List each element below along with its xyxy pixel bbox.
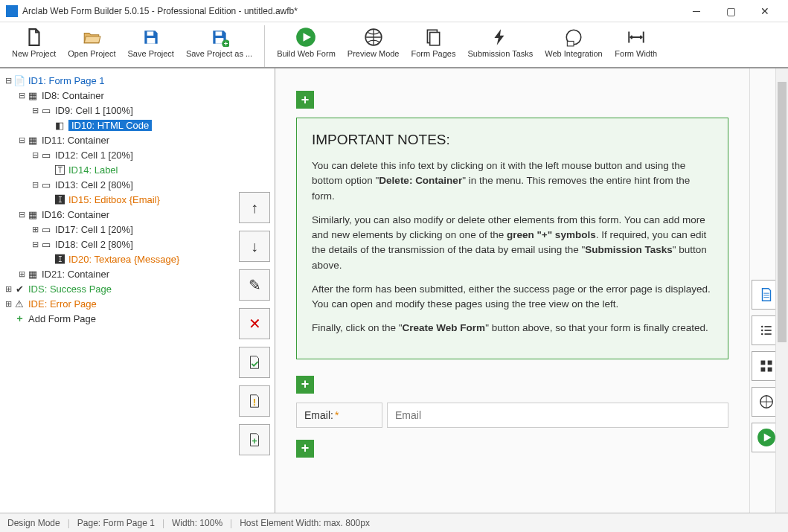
tree-id20[interactable]: 🅸ID20: Textarea {Message} bbox=[3, 251, 231, 266]
notes-title: IMPORTANT NOTES: bbox=[312, 132, 713, 148]
svg-rect-16 bbox=[765, 326, 772, 327]
html-icon: ◧ bbox=[54, 120, 65, 131]
save-project-as-button[interactable]: + Save Project as ... bbox=[180, 25, 258, 60]
success-icon: ✔ bbox=[13, 283, 25, 295]
svg-point-15 bbox=[761, 326, 763, 328]
svg-text:!: ! bbox=[253, 397, 256, 408]
side-buttons: ↑ ↓ ✎ ✕ ! + bbox=[234, 188, 275, 513]
toolbar: New Project Open Project Save Project + … bbox=[0, 22, 788, 68]
notes-p4: Finally, click on the "Create Web Form" … bbox=[312, 321, 713, 336]
window-title: Arclab Web Form Builder 5.0.15 - Profess… bbox=[22, 6, 679, 16]
tree-ide[interactable]: ⊞⚠IDE: Error Page bbox=[3, 296, 231, 311]
page-icon: 📄 bbox=[13, 75, 25, 86]
page-warning-button[interactable]: ! bbox=[239, 385, 270, 417]
add-element-button-1[interactable]: + bbox=[296, 91, 314, 109]
tree-id9[interactable]: ⊟▭ID9: Cell 1 [100%] bbox=[3, 103, 231, 118]
tree-id11[interactable]: ⊟▦ID11: Container bbox=[3, 132, 231, 147]
canvas-scrollbar[interactable] bbox=[775, 68, 788, 513]
container-icon: ▦ bbox=[27, 135, 39, 146]
open-project-icon bbox=[81, 27, 102, 48]
svg-point-19 bbox=[761, 333, 763, 336]
form-pages-label: Form Pages bbox=[411, 49, 456, 58]
tree-id17[interactable]: ⊞▭ID17: Cell 1 [20%] bbox=[3, 222, 231, 237]
new-project-label: New Project bbox=[12, 49, 56, 58]
svg-rect-2 bbox=[215, 31, 222, 35]
required-asterisk: * bbox=[335, 409, 339, 421]
play-icon bbox=[295, 27, 316, 48]
tree-view: ⊟📄ID1: Form Page 1 ⊟▦ID8: Container ⊟▭ID… bbox=[0, 68, 234, 513]
preview-label: Preview Mode bbox=[347, 49, 400, 58]
notes-p3: After the form has been submitted, eithe… bbox=[312, 282, 713, 313]
app-icon bbox=[6, 5, 18, 17]
edit-button[interactable]: ✎ bbox=[239, 269, 270, 301]
cell-icon: ▭ bbox=[40, 105, 52, 116]
tree-id12[interactable]: ⊟▭ID12: Cell 1 [20%] bbox=[3, 147, 231, 162]
form-width-button[interactable]: Form Width bbox=[609, 25, 664, 60]
save-project-label: Save Project bbox=[128, 49, 174, 58]
error-icon: ⚠ bbox=[13, 298, 25, 310]
minimize-button[interactable]: ─ bbox=[679, 0, 714, 22]
email-input[interactable] bbox=[387, 403, 728, 428]
new-project-icon bbox=[24, 27, 45, 48]
page-check-button[interactable] bbox=[239, 347, 270, 378]
svg-rect-24 bbox=[768, 368, 772, 372]
move-down-button[interactable]: ↓ bbox=[239, 231, 270, 262]
move-up-button[interactable]: ↑ bbox=[239, 192, 270, 223]
titlebar: Arclab Web Form Builder 5.0.15 - Profess… bbox=[0, 0, 788, 22]
cell-icon: ▭ bbox=[40, 150, 52, 161]
editbox-icon: 🅸 bbox=[54, 194, 65, 205]
cell-icon: ▭ bbox=[40, 224, 52, 235]
tree-id21[interactable]: ⊞▦ID21: Container bbox=[3, 266, 231, 281]
submission-label: Submission Tasks bbox=[467, 49, 533, 58]
save-as-icon: + bbox=[209, 27, 230, 48]
tree-id8[interactable]: ⊟▦ID8: Container bbox=[3, 88, 231, 103]
svg-rect-0 bbox=[147, 31, 153, 35]
tree-id1[interactable]: ⊟📄ID1: Form Page 1 bbox=[3, 73, 231, 88]
tree-id15[interactable]: 🅸ID15: Editbox {Email} bbox=[3, 192, 231, 207]
save-icon bbox=[141, 27, 161, 48]
build-web-form-button[interactable]: Build Web Form bbox=[271, 25, 342, 60]
email-label-cell[interactable]: Email: * bbox=[296, 403, 382, 428]
tree-id13[interactable]: ⊟▭ID13: Cell 2 [80%] bbox=[3, 177, 231, 192]
status-width: Width: 100% bbox=[172, 518, 222, 528]
status-page: Page: Form Page 1 bbox=[77, 518, 155, 528]
notes-container[interactable]: IMPORTANT NOTES: You can delete this inf… bbox=[296, 118, 728, 359]
container-icon: ▦ bbox=[27, 209, 39, 220]
tree-id16[interactable]: ⊟▦ID16: Container bbox=[3, 207, 231, 222]
web-integration-button[interactable]: Web Integration bbox=[539, 25, 608, 60]
add-element-button-2[interactable]: + bbox=[296, 376, 314, 394]
svg-point-17 bbox=[761, 330, 763, 332]
form-pages-button[interactable]: Form Pages bbox=[406, 25, 462, 60]
submission-tasks-button[interactable]: Submission Tasks bbox=[461, 25, 539, 60]
toolbar-separator bbox=[264, 25, 265, 67]
form-canvas: + IMPORTANT NOTES: You can delete this i… bbox=[275, 68, 749, 513]
close-button[interactable]: ✕ bbox=[748, 0, 782, 22]
tree-id18[interactable]: ⊟▭ID18: Cell 2 [80%] bbox=[3, 237, 231, 251]
open-project-button[interactable]: Open Project bbox=[62, 25, 121, 60]
preview-mode-button[interactable]: Preview Mode bbox=[342, 25, 406, 60]
tree-ids[interactable]: ⊞✔IDS: Success Page bbox=[3, 281, 231, 296]
notes-p1: You can delete this info text by clickin… bbox=[312, 158, 713, 204]
svg-rect-12 bbox=[567, 41, 574, 46]
svg-text:+: + bbox=[252, 435, 257, 446]
svg-rect-23 bbox=[761, 368, 766, 372]
email-label: Email: bbox=[304, 409, 333, 421]
open-project-label: Open Project bbox=[68, 49, 115, 58]
status-host: Host Element Width: max. 800px bbox=[240, 518, 370, 528]
tree-id14[interactable]: 🅃ID14: Label bbox=[3, 162, 231, 177]
maximize-button[interactable]: ▢ bbox=[714, 0, 748, 22]
scrollbar-thumb[interactable] bbox=[778, 82, 787, 342]
plus-icon: ＋ bbox=[13, 312, 25, 325]
delete-button[interactable]: ✕ bbox=[239, 308, 270, 339]
status-bar: Design Mode| Page: Form Page 1| Width: 1… bbox=[0, 513, 788, 532]
right-pane: + IMPORTANT NOTES: You can delete this i… bbox=[275, 68, 788, 513]
save-project-button[interactable]: Save Project bbox=[122, 25, 180, 60]
tree-id10[interactable]: ◧ID10: HTML Code bbox=[3, 118, 231, 132]
add-element-button-3[interactable]: + bbox=[296, 440, 314, 458]
svg-rect-10 bbox=[430, 33, 440, 45]
tree-add-page[interactable]: ＋Add Form Page bbox=[3, 311, 231, 326]
svg-rect-18 bbox=[765, 330, 772, 331]
notes-p2: Similarly, you can also modify or delete… bbox=[312, 213, 713, 273]
new-project-button[interactable]: New Project bbox=[6, 25, 62, 60]
page-add-button[interactable]: + bbox=[239, 424, 270, 455]
